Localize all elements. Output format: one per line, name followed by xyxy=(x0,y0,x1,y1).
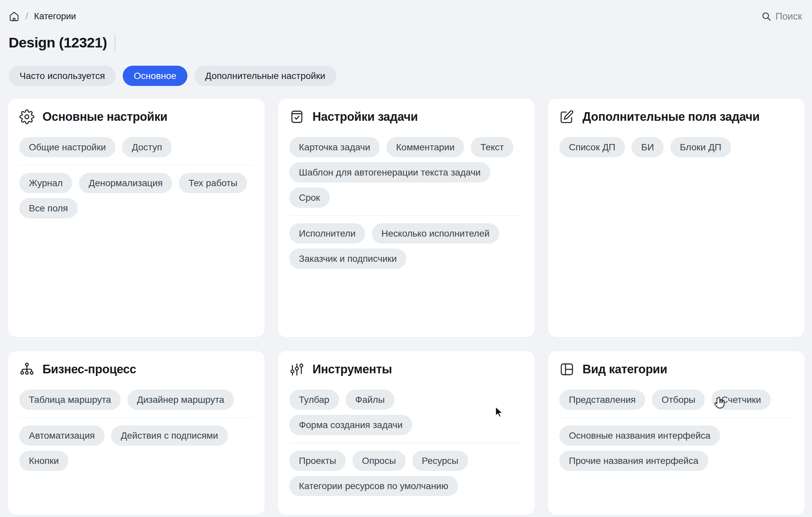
card-title: Настройки задачи xyxy=(313,110,418,124)
chip-route-table[interactable]: Таблица маршрута xyxy=(19,390,121,410)
page-title: Design (12321) xyxy=(9,34,107,51)
card-divider xyxy=(19,418,254,418)
chip-group: Список ДП БИ Блоки ДП xyxy=(559,137,793,157)
edit-icon xyxy=(559,109,575,124)
card-header: Инструменты xyxy=(289,362,523,377)
chip-filters[interactable]: Отборы xyxy=(652,390,705,410)
card-category-view: Вид категории Представления Отборы Счетч… xyxy=(548,351,805,515)
cards-grid: Основные настройки Общие настройки Досту… xyxy=(0,98,812,515)
chip-group: Автоматизация Действия с подписями Кнопк… xyxy=(19,425,254,471)
chip-signature-actions[interactable]: Действия с подписями xyxy=(111,425,228,446)
chip-group: Таблица маршрута Дизайнер маршрута xyxy=(19,390,254,410)
chip-projects[interactable]: Проекты xyxy=(289,451,346,471)
chip-counters[interactable]: Счетчики xyxy=(712,390,771,410)
chip-buttons[interactable]: Кнопки xyxy=(19,451,68,471)
chip-automation[interactable]: Автоматизация xyxy=(19,425,105,446)
card-divider xyxy=(289,216,523,216)
card-divider xyxy=(19,165,254,165)
gear-icon xyxy=(19,109,34,124)
chip-deadline[interactable]: Срок xyxy=(289,188,330,208)
chip-dp-blocks[interactable]: Блоки ДП xyxy=(670,137,731,157)
chip-autogen-template[interactable]: Шаблон для автогенерации текста задачи xyxy=(289,162,490,182)
card-title: Основные настройки xyxy=(42,110,168,124)
chip-denormalization[interactable]: Денормализация xyxy=(79,173,172,193)
task-check-icon xyxy=(289,109,304,124)
hierarchy-icon xyxy=(19,362,34,377)
tab-additional-settings[interactable]: Дополнительные настройки xyxy=(194,66,336,86)
chip-journal[interactable]: Журнал xyxy=(19,173,72,193)
chip-main-interface-names[interactable]: Основные названия интерфейса xyxy=(559,425,720,446)
title-caret xyxy=(114,33,115,52)
chip-group: Тулбар Файлы Форма создания задачи xyxy=(289,390,523,435)
chip-other-interface-names[interactable]: Прочие названия интерфейса xyxy=(559,451,708,471)
chip-group: Исполнители Несколько исполнителей Заказ… xyxy=(289,223,523,269)
card-divider xyxy=(289,443,523,443)
chip-task-creation-form[interactable]: Форма создания задачи xyxy=(289,415,412,435)
chip-all-fields[interactable]: Все поля xyxy=(19,198,78,218)
breadcrumb: / Категории xyxy=(9,11,76,22)
chip-group: Проекты Опросы Ресурсы Категории ресурсо… xyxy=(289,451,523,496)
card-header: Дополнительные поля задачи xyxy=(559,109,793,124)
tab-main[interactable]: Основное xyxy=(123,66,187,86)
card-task-settings: Настройки задачи Карточка задачи Коммент… xyxy=(278,98,535,337)
tabs-row: Часто используется Основное Дополнительн… xyxy=(9,66,812,86)
chip-task-card[interactable]: Карточка задачи xyxy=(289,137,380,157)
home-icon[interactable] xyxy=(9,11,20,22)
card-header: Вид категории xyxy=(559,362,793,377)
card-divider xyxy=(559,418,793,418)
card-main-settings: Основные настройки Общие настройки Досту… xyxy=(8,98,265,337)
chip-dp-list[interactable]: Список ДП xyxy=(559,137,625,157)
card-business-process: Бизнес-процесс Таблица маршрута Дизайнер… xyxy=(8,351,265,515)
card-header: Настройки задачи xyxy=(289,109,523,124)
chip-default-resource-categories[interactable]: Категории ресурсов по умолчанию xyxy=(289,476,458,496)
chip-group: Карточка задачи Комментарии Текст Шаблон… xyxy=(289,137,523,208)
card-title: Инструменты xyxy=(313,362,392,376)
chip-files[interactable]: Файлы xyxy=(346,390,395,410)
chip-group: Журнал Денормализация Тех работы Все пол… xyxy=(19,173,254,218)
chip-bi[interactable]: БИ xyxy=(632,137,664,157)
card-additional-fields: Дополнительные поля задачи Список ДП БИ … xyxy=(548,98,805,337)
sliders-icon xyxy=(289,362,304,377)
chip-surveys[interactable]: Опросы xyxy=(352,451,405,471)
chip-group: Основные названия интерфейса Прочие назв… xyxy=(559,425,793,471)
card-tools: Инструменты Тулбар Файлы Форма создания … xyxy=(278,351,535,515)
topbar: / Категории Поиск xyxy=(0,0,812,24)
search-label: Поиск xyxy=(776,11,802,22)
chip-access[interactable]: Доступ xyxy=(122,137,172,157)
chip-text[interactable]: Текст xyxy=(471,137,514,157)
chip-views[interactable]: Представления xyxy=(559,390,645,410)
title-row: Design (12321) xyxy=(9,32,812,52)
card-title: Вид категории xyxy=(582,362,667,376)
chip-toolbar[interactable]: Тулбар xyxy=(289,390,339,410)
chip-executors[interactable]: Исполнители xyxy=(289,223,365,243)
chip-route-designer[interactable]: Дизайнер маршрута xyxy=(127,390,234,410)
search-icon xyxy=(761,11,772,22)
tab-often-used[interactable]: Часто используется xyxy=(9,66,116,86)
card-header: Основные настройки xyxy=(19,109,254,124)
breadcrumb-separator: / xyxy=(26,11,28,22)
chip-group: Общие настройки Доступ xyxy=(19,137,254,157)
chip-resources[interactable]: Ресурсы xyxy=(412,451,468,471)
card-header: Бизнес-процесс xyxy=(19,362,254,377)
breadcrumb-item-categories[interactable]: Категории xyxy=(34,11,76,22)
categories-settings-page: { "breadcrumb": { "separator": "/", "ite… xyxy=(0,0,812,517)
chip-general-settings[interactable]: Общие настройки xyxy=(19,137,115,157)
chip-group: Представления Отборы Счетчики xyxy=(559,390,793,410)
chip-customer-subscribers[interactable]: Заказчик и подписчики xyxy=(289,249,406,269)
card-title: Дополнительные поля задачи xyxy=(582,110,760,124)
chip-tech-works[interactable]: Тех работы xyxy=(179,173,247,193)
card-title: Бизнес-процесс xyxy=(42,362,136,376)
layout-icon xyxy=(559,362,575,377)
chip-comments[interactable]: Комментарии xyxy=(386,137,464,157)
search-button[interactable]: Поиск xyxy=(761,11,802,22)
chip-multiple-executors[interactable]: Несколько исполнителей xyxy=(372,223,499,243)
